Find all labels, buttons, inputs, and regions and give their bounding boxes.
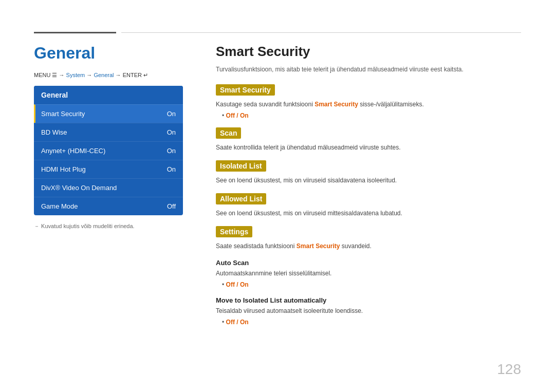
section-title-allowed-list: Allowed List bbox=[216, 193, 266, 204]
section-title-settings: Settings bbox=[216, 226, 252, 237]
menu-item-label: Game Mode bbox=[41, 202, 78, 210]
section-title-scan: Scan bbox=[216, 127, 241, 139]
breadcrumb: MENU ☰ → System → General → ENTER ↵ bbox=[34, 72, 183, 79]
menu-item-bd-wise[interactable]: BD Wise On bbox=[34, 123, 183, 141]
smart-security-link: Smart Security bbox=[314, 101, 358, 108]
menu-item-value: On bbox=[167, 147, 176, 155]
line-light bbox=[121, 32, 521, 33]
section-desc-allowed-list: See on loend üksustest, mis on viiruseid… bbox=[216, 209, 521, 218]
section-title-isolated-list: Isolated List bbox=[216, 160, 266, 172]
breadcrumb-arrow3: → bbox=[116, 72, 123, 78]
menu-item-smart-security[interactable]: Smart Security On bbox=[34, 104, 183, 123]
menu-item-label: DivX® Video On Demand bbox=[41, 184, 117, 192]
menu-header: General bbox=[34, 86, 183, 104]
top-decorative-lines bbox=[34, 32, 521, 33]
off-on-value-2: Off / On bbox=[226, 281, 249, 288]
menu-item-divx[interactable]: DivX® Video On Demand bbox=[34, 178, 183, 197]
menu-item-value: On bbox=[167, 128, 176, 136]
section-settings: Settings Saate seadistada funktsiooni Sm… bbox=[216, 226, 521, 251]
breadcrumb-menu-symbol: ☰ bbox=[52, 72, 57, 78]
line-dark bbox=[34, 32, 116, 33]
menu-item-label: BD Wise bbox=[41, 128, 67, 136]
menu-item-label: Smart Security bbox=[41, 110, 85, 118]
breadcrumb-arrow1: → bbox=[59, 72, 66, 78]
off-on-value-3: Off / On bbox=[226, 319, 249, 326]
menu-item-game-mode[interactable]: Game Mode Off bbox=[34, 197, 183, 215]
section-move-to-isolated: Move to Isolated List automatically Teis… bbox=[216, 296, 521, 326]
section-desc-smart-security: Kasutage seda suvandit funktsiooni Smart… bbox=[216, 100, 521, 109]
right-panel-title: Smart Security bbox=[216, 44, 521, 60]
section-isolated-list: Isolated List See on loend üksustest, mi… bbox=[216, 160, 521, 185]
bullet-off-on-2: Off / On bbox=[222, 281, 521, 288]
smart-security-link-2: Smart Security bbox=[297, 242, 340, 250]
section-desc-scan: Saate kontrollida telerit ja ühendatud m… bbox=[216, 143, 521, 152]
move-to-isolated-desc: Teisaldab viirused automaatselt isoleeri… bbox=[216, 306, 521, 315]
breadcrumb-general: General bbox=[94, 72, 114, 78]
auto-scan-heading: Auto Scan bbox=[216, 259, 521, 267]
menu-item-value: On bbox=[167, 165, 176, 173]
section-smart-security: Smart Security Kasutage seda suvandit fu… bbox=[216, 84, 521, 119]
menu-item-label: HDMI Hot Plug bbox=[41, 165, 86, 173]
menu-item-anynet[interactable]: Anynet+ (HDMI-CEC) On bbox=[34, 141, 183, 160]
page-title: General bbox=[34, 44, 183, 63]
breadcrumb-arrow2: → bbox=[86, 72, 94, 78]
section-allowed-list: Allowed List See on loend üksustest, mis… bbox=[216, 193, 521, 218]
menu-item-hdmi-hot-plug[interactable]: HDMI Hot Plug On bbox=[34, 160, 183, 178]
section-title-smart-security: Smart Security bbox=[216, 84, 275, 96]
section-desc-isolated-list: See on loend üksustest, mis on viiruseid… bbox=[216, 176, 521, 185]
section-desc-settings: Saate seadistada funktsiooni Smart Secur… bbox=[216, 241, 521, 251]
breadcrumb-enter: ENTER ↵ bbox=[123, 72, 148, 78]
page-number: 128 bbox=[497, 361, 521, 378]
menu-box: General Smart Security On BD Wise On Any… bbox=[34, 86, 183, 215]
left-panel: General MENU ☰ → System → General → ENTE… bbox=[34, 44, 183, 230]
menu-item-value: Off bbox=[167, 202, 176, 210]
menu-item-label: Anynet+ (HDMI-CEC) bbox=[41, 147, 105, 155]
intro-text: Turvalisusfunktsioon, mis aitab teie tel… bbox=[216, 65, 521, 74]
section-auto-scan: Auto Scan Automaatskannmine teleri sisse… bbox=[216, 259, 521, 288]
auto-scan-desc: Automaatskannmine teleri sisselülitamise… bbox=[216, 269, 521, 278]
right-panel: Smart Security Turvalisusfunktsioon, mis… bbox=[216, 44, 521, 334]
off-on-value: Off / On bbox=[226, 112, 249, 119]
breadcrumb-menu: MENU bbox=[34, 72, 50, 78]
display-note: Kuvatud kujutis võib mudeliti erineda. bbox=[34, 222, 183, 230]
bullet-off-on-1: Off / On bbox=[222, 112, 521, 119]
section-scan: Scan Saate kontrollida telerit ja ühenda… bbox=[216, 127, 521, 152]
breadcrumb-system: System bbox=[66, 72, 85, 78]
bullet-off-on-3: Off / On bbox=[222, 319, 521, 326]
move-to-isolated-heading: Move to Isolated List automatically bbox=[216, 296, 521, 304]
menu-item-value: On bbox=[167, 110, 176, 118]
